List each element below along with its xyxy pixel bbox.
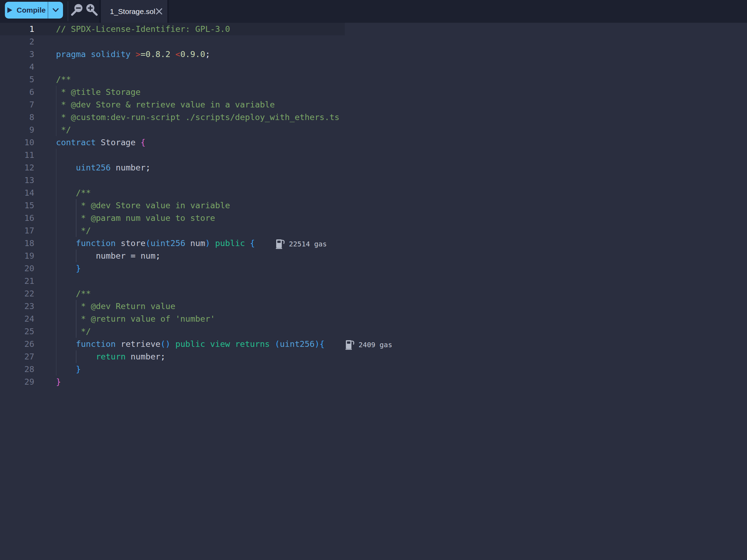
gas-pump-icon: [276, 238, 285, 249]
code-line[interactable]: 9 */: [0, 124, 747, 136]
code-line[interactable]: 8 * @custom:dev-run-script ./scripts/dep…: [0, 111, 747, 124]
line-number[interactable]: 11: [0, 149, 46, 161]
play-icon: [7, 7, 13, 13]
editor-topbar: Compile: [0, 0, 747, 23]
chevron-down-icon: [53, 8, 59, 12]
compile-button-main[interactable]: Compile: [5, 2, 48, 19]
gas-estimate-label: 2409 gas: [358, 338, 392, 351]
code-text: */: [46, 124, 747, 136]
compile-dropdown-button[interactable]: [48, 2, 63, 19]
line-number[interactable]: 4: [0, 61, 46, 73]
code-lines: 1// SPDX-License-Identifier: GPL-3.023pr…: [0, 23, 747, 388]
code-line[interactable]: 23 * @dev Return value: [0, 300, 747, 313]
line-number[interactable]: 25: [0, 325, 46, 338]
code-line[interactable]: 2: [0, 35, 747, 48]
code-line[interactable]: 10contract Storage {: [0, 136, 747, 149]
line-number[interactable]: 2: [0, 35, 46, 48]
line-number[interactable]: 14: [0, 187, 46, 199]
code-line[interactable]: 29}: [0, 376, 747, 388]
line-number[interactable]: 29: [0, 376, 46, 388]
code-text: /**: [46, 187, 747, 199]
line-number[interactable]: 17: [0, 224, 46, 237]
line-number[interactable]: 24: [0, 313, 46, 325]
line-number[interactable]: 6: [0, 86, 46, 98]
code-text: * @param num value to store: [46, 212, 747, 224]
line-number[interactable]: 3: [0, 48, 46, 61]
line-number[interactable]: 19: [0, 250, 46, 262]
compile-button-label: Compile: [17, 6, 46, 14]
code-text: [46, 61, 747, 73]
code-text: [46, 275, 747, 287]
code-text: }: [46, 376, 747, 388]
line-number[interactable]: 20: [0, 262, 46, 275]
compile-button[interactable]: Compile: [5, 2, 63, 19]
code-line[interactable]: 19 number = num;: [0, 250, 747, 262]
code-text: /**: [46, 287, 747, 300]
line-number[interactable]: 13: [0, 174, 46, 187]
line-number[interactable]: 21: [0, 275, 46, 287]
code-line[interactable]: 15 * @dev Store value in variable: [0, 199, 747, 212]
code-text: [46, 35, 747, 48]
code-line[interactable]: 13: [0, 174, 747, 187]
code-line[interactable]: 3pragma solidity >=0.8.2 <0.9.0;: [0, 48, 747, 61]
code-text: function retrieve() public view returns …: [46, 338, 747, 350]
line-number[interactable]: 27: [0, 350, 46, 363]
line-number[interactable]: 28: [0, 363, 46, 376]
code-line[interactable]: 24 * @return value of 'number': [0, 313, 747, 325]
magnifier-plus-icon: [84, 3, 99, 18]
line-number[interactable]: 8: [0, 111, 46, 124]
topbar-separator: [68, 1, 68, 21]
line-number[interactable]: 15: [0, 199, 46, 212]
code-editor[interactable]: 1// SPDX-License-Identifier: GPL-3.023pr…: [0, 23, 747, 560]
line-number[interactable]: 1: [0, 23, 46, 35]
gas-estimate: 22514 gas: [276, 238, 327, 250]
code-line[interactable]: 6 * @title Storage: [0, 86, 747, 98]
line-number[interactable]: 22: [0, 287, 46, 300]
line-number[interactable]: 10: [0, 136, 46, 149]
line-number[interactable]: 9: [0, 124, 46, 136]
code-text: // SPDX-License-Identifier: GPL-3.0: [46, 23, 747, 35]
code-line[interactable]: 5/**: [0, 73, 747, 86]
code-text: [46, 174, 747, 187]
code-line[interactable]: 25 */: [0, 325, 747, 338]
zoom-in-button[interactable]: [84, 2, 99, 18]
close-icon: [155, 8, 163, 15]
code-line[interactable]: 17 */: [0, 224, 747, 237]
code-line[interactable]: 27 return number;: [0, 350, 747, 363]
code-line[interactable]: 21: [0, 275, 747, 287]
tab-close-button[interactable]: [155, 7, 163, 16]
code-line[interactable]: 12 uint256 number;: [0, 161, 747, 174]
code-text: * @dev Store & retrieve value in a varia…: [46, 98, 747, 111]
code-line[interactable]: 22 /**: [0, 287, 747, 300]
code-text: */: [46, 224, 747, 237]
code-text: number = num;: [46, 250, 747, 262]
line-number[interactable]: 12: [0, 161, 46, 174]
code-line[interactable]: 18 function store(uint256 num) public { …: [0, 237, 747, 250]
line-number[interactable]: 16: [0, 212, 46, 224]
code-line[interactable]: 26 function retrieve() public view retur…: [0, 338, 747, 350]
code-text: /**: [46, 73, 747, 86]
code-line[interactable]: 4: [0, 61, 747, 73]
line-number[interactable]: 26: [0, 338, 46, 350]
code-text: uint256 number;: [46, 161, 747, 174]
line-number[interactable]: 18: [0, 237, 46, 250]
code-text: }: [46, 262, 747, 275]
code-line[interactable]: 28 }: [0, 363, 747, 376]
tab-1-storage-sol[interactable]: 1_Storage.sol: [99, 0, 169, 23]
code-line[interactable]: 16 * @param num value to store: [0, 212, 747, 224]
code-line[interactable]: 7 * @dev Store & retrieve value in a var…: [0, 98, 747, 111]
code-text: * @title Storage: [46, 86, 747, 98]
code-line[interactable]: 1// SPDX-License-Identifier: GPL-3.0: [0, 23, 747, 35]
line-number[interactable]: 7: [0, 98, 46, 111]
zoom-out-button[interactable]: [70, 2, 85, 18]
code-line[interactable]: 11: [0, 149, 747, 161]
line-number[interactable]: 5: [0, 73, 46, 86]
code-text: */: [46, 325, 747, 338]
code-text: * @return value of 'number': [46, 313, 747, 325]
code-text: * @dev Store value in variable: [46, 199, 747, 212]
code-text: [46, 149, 747, 161]
code-line[interactable]: 20 }: [0, 262, 747, 275]
code-text: * @dev Return value: [46, 300, 747, 313]
code-line[interactable]: 14 /**: [0, 187, 747, 199]
line-number[interactable]: 23: [0, 300, 46, 313]
